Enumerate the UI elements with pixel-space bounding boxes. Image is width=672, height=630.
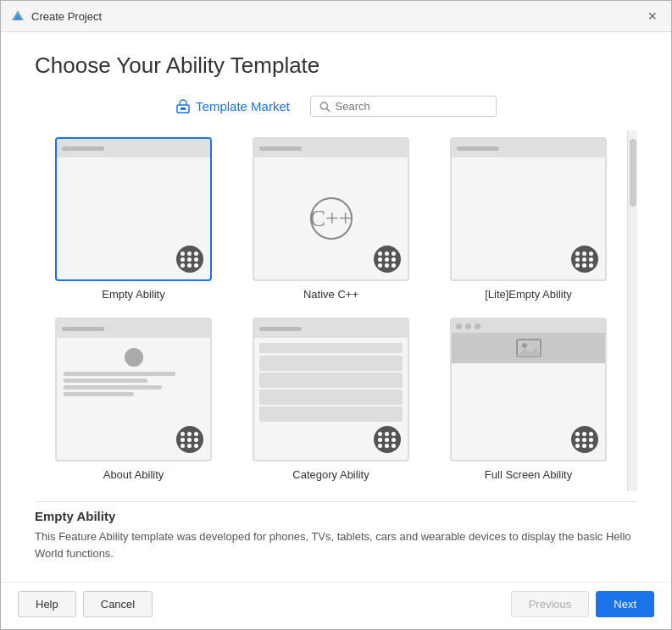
template-card-native-cpp[interactable]: C++	[253, 137, 409, 281]
dot	[187, 257, 192, 262]
close-button[interactable]: ✕	[644, 8, 661, 25]
title-bar-left: Create Project	[11, 9, 102, 23]
about-line	[64, 379, 147, 383]
description-text: This Feature Ability template was develo…	[35, 528, 637, 561]
dot	[385, 444, 389, 448]
dot	[180, 257, 185, 262]
dot	[187, 444, 192, 448]
about-circle	[125, 348, 143, 367]
cat-search-bar	[259, 343, 403, 353]
dot	[180, 251, 185, 256]
fs-dot	[456, 323, 462, 329]
card-header	[254, 139, 408, 158]
scrollbar-thumb[interactable]	[630, 139, 636, 207]
cat-item	[259, 406, 403, 422]
header-line	[62, 327, 104, 331]
dot	[187, 438, 192, 442]
dot	[589, 432, 593, 436]
dialog-content: Choose Your Ability Template Template Ma…	[1, 32, 671, 582]
template-item-empty-ability[interactable]: Empty Ability	[35, 130, 232, 311]
dot	[194, 444, 198, 448]
next-button[interactable]: Next	[596, 591, 654, 617]
header-line	[457, 146, 499, 151]
cat-item	[259, 390, 403, 405]
template-card-fullscreen-ability[interactable]	[450, 318, 607, 461]
dot	[194, 251, 198, 256]
template-label-lite-empty: [Lite]Empty Ability	[485, 288, 572, 301]
about-lines	[64, 372, 203, 396]
search-input[interactable]	[336, 100, 487, 113]
description-area: Empty Ability This Feature Ability templ…	[35, 509, 637, 568]
template-item-native-cpp[interactable]: C++	[232, 130, 430, 311]
image-placeholder-icon	[514, 333, 544, 363]
title-bar-text: Create Project	[31, 10, 102, 23]
template-badge	[571, 246, 598, 273]
template-badge	[374, 246, 401, 273]
dot	[194, 432, 198, 436]
fs-dot	[465, 323, 471, 329]
title-bar: Create Project ✕	[1, 1, 671, 32]
dot	[575, 263, 580, 268]
page-title: Choose Your Ability Template	[35, 52, 637, 79]
about-line	[64, 372, 175, 376]
svg-rect-3	[180, 108, 186, 110]
template-label-fullscreen-ability: Full Screen Ability	[485, 468, 572, 481]
dialog-footer: Help Cancel Previous Next	[1, 582, 671, 629]
dot	[575, 257, 580, 262]
market-icon	[175, 99, 191, 114]
dot	[187, 263, 192, 268]
templates-grid: Empty Ability C++	[35, 130, 627, 491]
dot	[385, 257, 389, 262]
badge-dots	[378, 432, 397, 448]
template-card-lite-empty[interactable]	[450, 137, 607, 281]
template-item-about-ability[interactable]: About Ability	[35, 311, 232, 491]
templates-area: Empty Ability C++	[35, 130, 637, 491]
dot	[582, 257, 586, 262]
template-card-about-ability[interactable]	[55, 318, 212, 461]
template-item-fullscreen-ability[interactable]: Full Screen Ability	[430, 311, 627, 491]
dot	[392, 438, 396, 442]
fs-body	[452, 333, 605, 363]
dot	[589, 263, 593, 268]
dot	[582, 263, 586, 268]
dot	[180, 263, 185, 268]
template-badge	[176, 426, 203, 453]
template-label-empty-ability: Empty Ability	[102, 288, 164, 301]
dot	[575, 251, 580, 256]
dot	[582, 251, 586, 256]
dot	[589, 444, 593, 448]
about-line	[64, 385, 162, 390]
cpp-icon: C++	[310, 197, 353, 240]
badge-dots	[575, 251, 594, 268]
svg-marker-8	[517, 347, 541, 356]
template-card-empty-ability[interactable]	[55, 137, 212, 281]
previous-button[interactable]: Previous	[511, 591, 590, 617]
dot	[392, 251, 396, 256]
dot	[575, 432, 580, 436]
template-item-lite-empty[interactable]: [Lite]Empty Ability	[430, 130, 627, 311]
help-button[interactable]: Help	[18, 591, 76, 617]
scrollbar-track[interactable]	[627, 130, 637, 491]
template-market-button[interactable]: Template Market	[175, 99, 290, 114]
template-badge	[374, 426, 401, 453]
template-item-category-ability[interactable]: Category Ability	[232, 311, 430, 491]
dot	[194, 438, 198, 442]
footer-left-buttons: Help Cancel	[18, 591, 153, 617]
dot	[589, 438, 593, 442]
cancel-button[interactable]: Cancel	[83, 591, 153, 617]
card-header	[452, 139, 605, 158]
description-title: Empty Ability	[35, 509, 637, 523]
template-card-category-ability[interactable]	[253, 318, 409, 461]
template-badge	[176, 246, 203, 273]
dot	[582, 444, 586, 448]
template-label-about-ability: About Ability	[103, 468, 164, 481]
search-box[interactable]	[310, 96, 497, 117]
dot	[378, 263, 382, 268]
dot	[187, 251, 192, 256]
dot	[575, 444, 580, 448]
svg-point-7	[522, 343, 527, 348]
dot	[378, 257, 382, 262]
template-market-label: Template Market	[196, 99, 290, 113]
about-line	[64, 392, 134, 396]
dot	[180, 432, 185, 436]
